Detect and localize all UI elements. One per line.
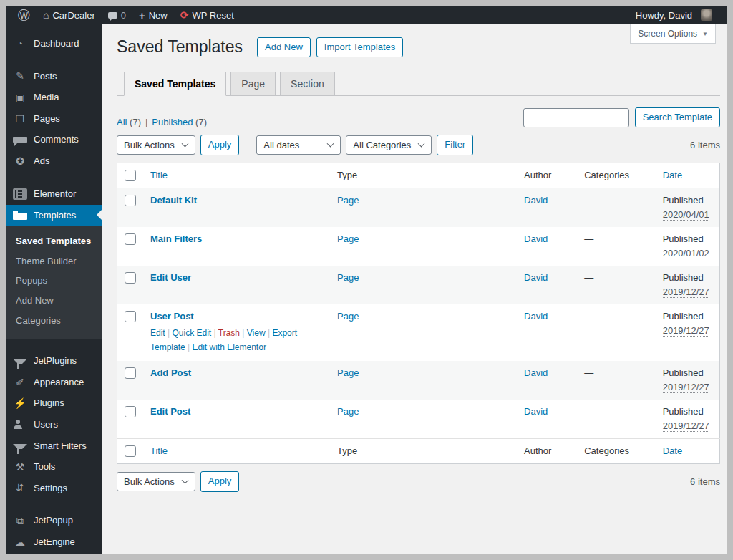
row-checkbox[interactable]: [125, 233, 136, 245]
appearance-icon: ✐: [13, 377, 27, 387]
sidebar-menu-bottom: JetPlugins✐Appearance⚡PluginsUsersSmart …: [6, 350, 102, 560]
wp-logo-menu[interactable]: Ⓦ: [11, 6, 37, 24]
view-link[interactable]: View: [247, 328, 273, 338]
sidebar-item-posts[interactable]: ✎Posts: [6, 66, 102, 87]
filter-all-link[interactable]: All (7): [117, 117, 141, 127]
author-link[interactable]: David: [524, 233, 548, 244]
row-checkbox[interactable]: [125, 272, 136, 284]
items-count: 6 items: [690, 476, 720, 487]
template-title-link[interactable]: Main Filters: [150, 233, 202, 244]
sidebar-item-comments[interactable]: Comments: [6, 129, 102, 150]
table-row: Default Kit Page David — Published2020/0…: [117, 188, 720, 227]
row-checkbox[interactable]: [125, 195, 136, 206]
select-all-checkbox[interactable]: [125, 445, 136, 457]
publish-date: 2019/12/27: [663, 420, 709, 432]
sort-date-header[interactable]: Date: [663, 170, 682, 180]
tab-saved-templates[interactable]: Saved Templates: [124, 72, 226, 96]
categories-filter-select[interactable]: All Categories: [346, 135, 432, 155]
home-icon: ⌂: [43, 9, 49, 21]
bulk-actions-select-bottom[interactable]: Bulk Actions: [117, 472, 195, 491]
type-link[interactable]: Page: [337, 272, 359, 283]
template-title-link[interactable]: Default Kit: [150, 195, 197, 206]
sidebar-item-plugins[interactable]: ⚡Plugins: [6, 392, 102, 414]
filter-published-link[interactable]: Published (7): [152, 117, 207, 127]
sidebar-item-jetplugins[interactable]: JetPlugins: [6, 350, 102, 372]
sidebar-item-label: Ads: [34, 155, 49, 167]
type-link[interactable]: Page: [337, 367, 359, 378]
sidebar-item-categories[interactable]: Categories: [6, 311, 102, 331]
type-link[interactable]: Page: [337, 195, 359, 206]
sidebar-item-users[interactable]: Users: [6, 414, 102, 435]
sidebar-item-media[interactable]: ▣Media: [6, 87, 102, 108]
import-templates-button[interactable]: Import Templates: [316, 37, 403, 57]
new-content-menu[interactable]: + New: [132, 6, 174, 24]
author-link[interactable]: David: [524, 406, 548, 417]
sort-date-header[interactable]: Date: [663, 445, 682, 456]
sidebar-item-ads[interactable]: ✪Ads: [6, 150, 102, 172]
select-all-checkbox[interactable]: [125, 170, 136, 181]
page-header: Saved Templates Add New Import Templates: [117, 37, 713, 57]
author-link[interactable]: David: [524, 367, 548, 378]
row-checkbox[interactable]: [125, 367, 136, 379]
sidebar-item-smart-filters[interactable]: Smart Filters: [6, 435, 102, 457]
template-title-link[interactable]: User Post: [150, 311, 194, 322]
tab-section[interactable]: Section: [280, 72, 335, 96]
comments-menu[interactable]: 0: [102, 6, 132, 24]
search-input[interactable]: [523, 108, 629, 127]
sidebar-item-add-new[interactable]: Add New: [6, 291, 102, 311]
categories-value: —: [584, 406, 593, 417]
author-link[interactable]: David: [524, 311, 548, 322]
sort-title-header[interactable]: Title: [150, 445, 168, 456]
sidebar-item-templates[interactable]: Templates: [6, 205, 102, 226]
sort-title-header[interactable]: Title: [150, 170, 168, 180]
sidebar-item-popups[interactable]: Popups: [6, 271, 102, 291]
add-new-button[interactable]: Add New: [257, 37, 311, 57]
sidebar-item-tools[interactable]: ⚒Tools: [6, 456, 102, 478]
screen-options-toggle[interactable]: Screen Options ▼: [630, 24, 716, 44]
my-account-menu[interactable]: Howdy, David: [629, 6, 719, 24]
template-title-link[interactable]: Edit Post: [150, 406, 190, 417]
apply-button[interactable]: Apply: [200, 135, 240, 155]
template-title-link[interactable]: Edit User: [150, 272, 191, 283]
trash-link[interactable]: Trash: [218, 328, 247, 338]
table-row: Edit User Page David — Published2019/12/…: [117, 266, 720, 304]
tab-page[interactable]: Page: [230, 72, 276, 96]
type-link[interactable]: Page: [337, 233, 359, 244]
type-link[interactable]: Page: [337, 406, 359, 417]
row-checkbox[interactable]: [125, 406, 136, 417]
edit-link[interactable]: Edit: [150, 328, 172, 338]
sidebar-item-jetpopup[interactable]: ⧉JetPopup: [6, 510, 102, 531]
author-link[interactable]: David: [524, 195, 548, 206]
dates-filter-select[interactable]: All dates: [256, 135, 341, 155]
quick-edit-link[interactable]: Quick Edit: [172, 328, 218, 338]
sidebar-item-label: Appearance: [34, 377, 84, 388]
sidebar-item-elementor[interactable]: Elementor: [6, 183, 102, 205]
admin-bar: Ⓦ ⌂ CarDealer 0 + New ⟳ WP Reset: [6, 6, 727, 24]
admin-bar-left: Ⓦ ⌂ CarDealer 0 + New ⟳ WP Reset: [11, 6, 241, 24]
sidebar-item-theme-builder[interactable]: Theme Builder: [6, 251, 102, 271]
sidebar-item-saved-templates[interactable]: Saved Templates: [6, 231, 102, 251]
edit-with-elementor-link[interactable]: Edit with Elementor: [193, 342, 266, 352]
search-template-button[interactable]: Search Template: [635, 107, 720, 127]
type-link[interactable]: Page: [337, 311, 359, 322]
template-title-link[interactable]: Add Post: [150, 367, 191, 378]
list-header-row: All (7)|Published (7) Search Template: [117, 107, 720, 127]
sidebar-item-settings[interactable]: ⇵Settings: [6, 478, 102, 499]
jetpopup-icon: ⧉: [13, 516, 27, 526]
sidebar-item-appearance[interactable]: ✐Appearance: [6, 372, 102, 393]
table-row: Edit Post Page David — Published2019/12/…: [117, 400, 720, 439]
sidebar-item-label: Comments: [34, 134, 79, 145]
sidebar-item-jetengine[interactable]: ☁JetEngine: [6, 531, 102, 553]
categories-value: —: [584, 272, 593, 283]
bulk-actions-select[interactable]: Bulk Actions: [117, 135, 195, 155]
sidebar-item-pages[interactable]: ❐Pages: [6, 108, 102, 130]
filter-button[interactable]: Filter: [437, 135, 473, 155]
publish-status: Published: [663, 233, 704, 244]
sidebar-item-dashboard[interactable]: ◔Dashboard: [6, 33, 102, 54]
row-checkbox[interactable]: [125, 311, 136, 322]
author-link[interactable]: David: [524, 272, 548, 283]
apply-button-bottom[interactable]: Apply: [200, 471, 240, 491]
wp-reset-menu[interactable]: ⟳ WP Reset: [174, 6, 241, 24]
site-name-menu[interactable]: ⌂ CarDealer: [37, 6, 102, 24]
sidebar-item-label: Users: [34, 419, 58, 430]
